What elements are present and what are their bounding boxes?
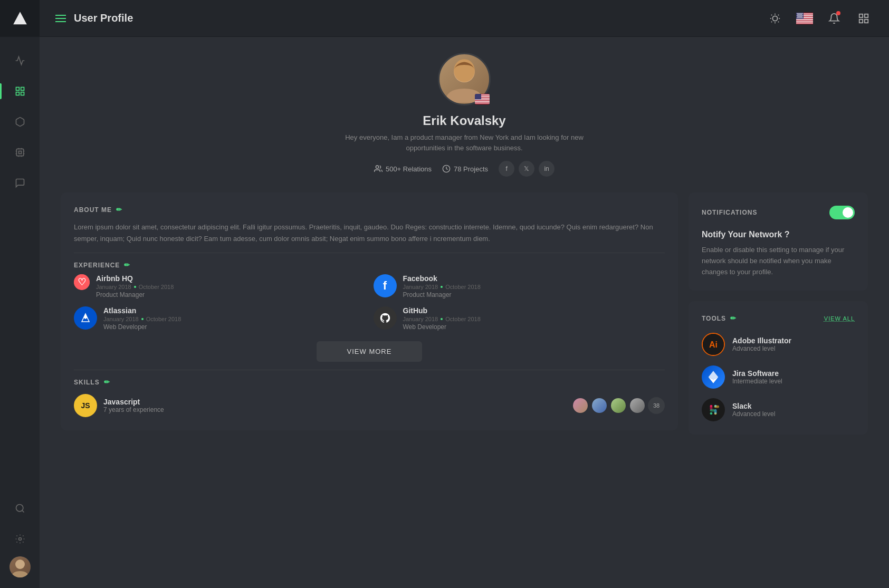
svg-point-28 bbox=[797, 13, 798, 14]
app-logo[interactable] bbox=[0, 0, 40, 37]
toggle-thumb bbox=[843, 207, 853, 218]
sidebar-item-chat[interactable] bbox=[0, 170, 40, 196]
header-left: User Profile bbox=[55, 12, 133, 24]
svg-rect-24 bbox=[796, 18, 813, 20]
sidebar-item-activity[interactable] bbox=[0, 47, 40, 74]
svg-point-55 bbox=[802, 17, 803, 18]
js-name: Javascript bbox=[103, 398, 566, 406]
exp-item-facebook: f Facebook January 2018 October 2018 Pro… bbox=[374, 274, 665, 298]
notifications-description: Enable or disable this setting to manage… bbox=[702, 245, 855, 277]
svg-rect-5 bbox=[18, 151, 21, 154]
skill-avatars: 38 bbox=[572, 397, 665, 414]
skills-edit-icon[interactable]: ✏ bbox=[104, 378, 110, 386]
svg-point-42 bbox=[800, 15, 801, 16]
js-info: Javascript 7 years of experience bbox=[103, 398, 566, 413]
bell-icon[interactable] bbox=[825, 9, 844, 28]
svg-point-47 bbox=[799, 16, 800, 17]
svg-line-8 bbox=[22, 510, 24, 513]
svg-line-18 bbox=[771, 21, 772, 22]
sidebar-item-search[interactable] bbox=[0, 495, 40, 522]
twitter-link[interactable]: 𝕏 bbox=[519, 161, 534, 177]
svg-point-41 bbox=[799, 15, 800, 16]
sidebar-item-settings[interactable] bbox=[0, 526, 40, 552]
flag-icon[interactable] bbox=[795, 9, 814, 28]
svg-point-53 bbox=[800, 17, 801, 18]
svg-rect-58 bbox=[859, 19, 863, 22]
svg-rect-1 bbox=[16, 88, 19, 91]
about-text: Lorem ipsum dolor sit amet, consectetur … bbox=[74, 221, 665, 245]
sidebar-item-3d[interactable] bbox=[0, 109, 40, 135]
slack-name: Slack bbox=[732, 402, 775, 410]
menu-icon[interactable] bbox=[55, 15, 66, 22]
airbnb-dates: January 2018 October 2018 bbox=[96, 284, 174, 290]
svg-point-70 bbox=[376, 166, 378, 168]
svg-rect-66 bbox=[475, 100, 490, 101]
svg-point-44 bbox=[802, 15, 803, 16]
endorsers-count-badge: 38 bbox=[648, 397, 665, 414]
github-logo bbox=[374, 306, 397, 330]
about-edit-icon[interactable]: ✏ bbox=[116, 206, 122, 214]
svg-point-38 bbox=[801, 14, 802, 15]
svg-rect-59 bbox=[865, 19, 868, 22]
github-dates: January 2018 October 2018 bbox=[403, 316, 481, 322]
ai-info: Adobe Illustrator Advanced level bbox=[732, 336, 791, 352]
notifications-toggle[interactable] bbox=[829, 206, 855, 219]
profile-stats: 500+ Relations 78 Projects f 𝕏 bbox=[61, 161, 868, 177]
sidebar-bottom bbox=[0, 495, 40, 588]
profile-flag bbox=[475, 94, 490, 104]
twitter-icon: 𝕏 bbox=[524, 165, 529, 172]
facebook-logo: f bbox=[374, 274, 397, 297]
sidebar-item-dashboard[interactable] bbox=[0, 78, 40, 104]
svg-point-52 bbox=[799, 17, 800, 18]
svg-point-36 bbox=[799, 14, 800, 15]
linkedin-icon: in bbox=[544, 165, 549, 172]
svg-point-34 bbox=[797, 14, 798, 15]
svg-rect-82 bbox=[710, 409, 715, 412]
svg-rect-57 bbox=[865, 14, 868, 17]
svg-point-39 bbox=[797, 15, 798, 16]
skills-header: SKILLS ✏ bbox=[74, 378, 665, 386]
notification-badge bbox=[836, 11, 840, 15]
experience-header: EXPERIENCE ✏ bbox=[74, 261, 665, 269]
profile-name: Erik Kovalsky bbox=[61, 113, 868, 128]
exp-item-atlassian: Atlassian January 2018 October 2018 Web … bbox=[74, 306, 366, 331]
notifications-card: NOTIFICATIONS Notify Your Network ? Enab… bbox=[689, 192, 868, 291]
tool-item-jira: Jira Software Intermediate level bbox=[702, 365, 855, 389]
menu-line-3 bbox=[55, 21, 66, 22]
view-all-link[interactable]: VIEW ALL bbox=[824, 315, 855, 322]
svg-point-40 bbox=[798, 15, 799, 16]
facebook-dates: January 2018 October 2018 bbox=[403, 284, 481, 290]
tools-edit-icon[interactable]: ✏ bbox=[730, 314, 737, 322]
svg-rect-67 bbox=[475, 101, 490, 102]
about-header: ABOUT ME ✏ bbox=[74, 206, 665, 214]
svg-point-49 bbox=[801, 16, 802, 17]
svg-point-50 bbox=[797, 17, 798, 18]
facebook-link[interactable]: f bbox=[499, 161, 514, 177]
svg-point-54 bbox=[801, 17, 802, 18]
tools-label-text: TOOLS bbox=[702, 315, 726, 322]
user-avatar[interactable] bbox=[9, 556, 31, 577]
page-content: Erik Kovalsky Hey everyone, Iam a produc… bbox=[40, 37, 889, 588]
endorser-avatar-1 bbox=[572, 397, 589, 414]
airbnb-role: Product Manager bbox=[96, 291, 174, 298]
view-more-button[interactable]: VIEW MORE bbox=[317, 341, 422, 362]
skills-section: JS Javascript 7 years of experience 38 bbox=[74, 394, 665, 417]
atlassian-logo bbox=[74, 306, 97, 330]
airbnb-company: Airbnb HQ bbox=[96, 274, 174, 283]
facebook-role: Product Manager bbox=[403, 291, 481, 298]
endorser-avatar-2 bbox=[591, 397, 608, 414]
sidebar-item-chip[interactable] bbox=[0, 139, 40, 166]
sun-icon[interactable] bbox=[766, 9, 785, 28]
relations-count: 500+ Relations bbox=[386, 165, 432, 173]
notifications-header: NOTIFICATIONS bbox=[702, 206, 855, 219]
experience-edit-icon[interactable]: ✏ bbox=[124, 261, 130, 269]
right-column: NOTIFICATIONS Notify Your Network ? Enab… bbox=[689, 192, 868, 441]
svg-point-7 bbox=[16, 505, 23, 512]
svg-rect-83 bbox=[714, 406, 719, 408]
github-role: Web Developer bbox=[403, 323, 481, 331]
svg-point-45 bbox=[797, 16, 798, 17]
linkedin-link[interactable]: in bbox=[539, 161, 555, 177]
grid-icon[interactable] bbox=[854, 9, 873, 28]
menu-line-1 bbox=[55, 15, 66, 16]
svg-rect-56 bbox=[859, 14, 863, 17]
